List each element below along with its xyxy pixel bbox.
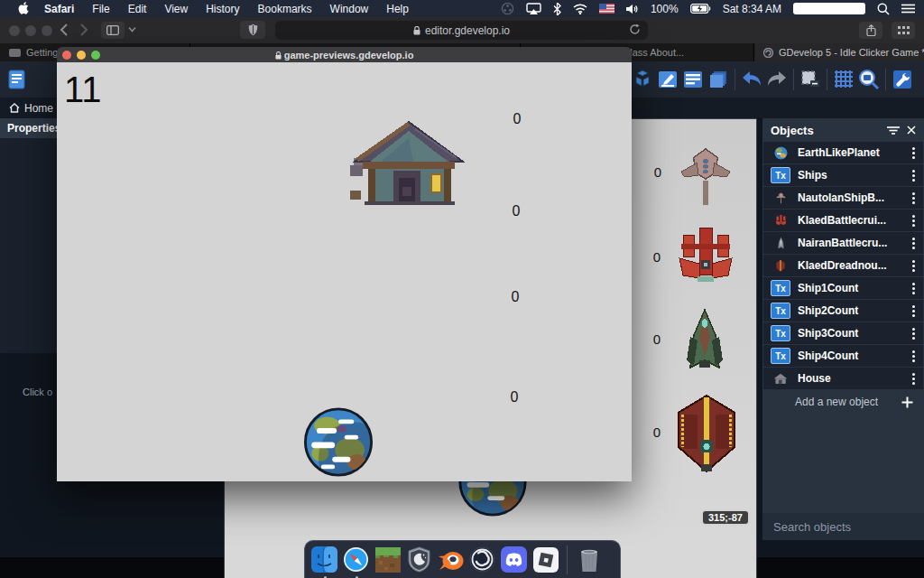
ship-klaed-battlecruiser-sprite[interactable] <box>676 224 735 287</box>
object-menu-dots[interactable] <box>903 373 923 385</box>
object-label: NairanBattlecru... <box>798 237 903 249</box>
object-menu-dots[interactable] <box>903 215 923 227</box>
menu-item-safari[interactable]: Safari <box>35 3 83 15</box>
object-row-nautolanship[interactable]: NautolanShipB... <box>763 187 923 209</box>
undo-icon[interactable] <box>740 68 763 91</box>
object-row-ship4count[interactable]: Tx Ship4Count <box>763 345 923 367</box>
layers-icon[interactable] <box>707 68 730 91</box>
address-bar[interactable]: editor.gdevelop.io <box>275 21 648 40</box>
object-row-ships[interactable]: Tx Ships <box>763 164 923 186</box>
menu-item-bookmarks[interactable]: Bookmarks <box>249 3 321 15</box>
object-row-ship3count[interactable]: Tx Ship3Count <box>763 322 923 344</box>
earth-planet-sprite[interactable] <box>303 407 374 477</box>
close-panel-icon[interactable] <box>907 126 916 135</box>
menu-item-view[interactable]: View <box>155 3 197 15</box>
object-row-klaedbattlecruiser[interactable]: KlaedBattlecrui... <box>763 210 923 231</box>
search-objects-input[interactable] <box>772 519 924 535</box>
object-row-earthlikeplanet[interactable]: EarthLikePlanet <box>763 142 923 163</box>
grid-icon[interactable] <box>832 68 855 91</box>
window-minimize-button[interactable] <box>25 25 36 36</box>
object-row-klaeddreadnought[interactable]: KlaedDreadnou... <box>763 255 923 276</box>
ship1-count-text: 0 <box>649 164 667 180</box>
back-button[interactable] <box>60 23 69 37</box>
delete-selection-icon[interactable] <box>799 68 822 91</box>
redo-icon[interactable] <box>765 68 789 91</box>
ship-nairan-sprite[interactable] <box>679 308 730 375</box>
forward-button[interactable] <box>79 23 88 37</box>
object-row-ship2count[interactable]: Tx Ship2Count <box>763 300 923 322</box>
spotlight-search-icon[interactable] <box>877 0 890 17</box>
object-menu-dots[interactable] <box>903 260 923 272</box>
minecraft-dock-icon[interactable] <box>374 545 402 573</box>
game-viewport[interactable]: 11 <box>57 62 632 481</box>
filter-icon[interactable] <box>887 126 900 135</box>
ship-klaed-dreadnought-sprite[interactable] <box>673 394 740 473</box>
menu-item-window[interactable]: Window <box>321 3 378 15</box>
reload-icon[interactable] <box>629 23 641 35</box>
apple-icon[interactable] <box>13 0 35 17</box>
discord-dock-icon[interactable] <box>500 545 528 573</box>
object-label: Ship2Count <box>798 304 903 317</box>
object-menu-dots[interactable] <box>903 170 923 182</box>
menu-item-history[interactable]: History <box>197 3 248 15</box>
menu-item-file[interactable]: File <box>83 3 118 15</box>
sidebar-chevron-icon[interactable] <box>128 26 136 33</box>
tab-overview-button[interactable] <box>892 22 915 39</box>
object-label: KlaedBattlecrui... <box>798 214 903 227</box>
safari-dock-icon[interactable] <box>342 545 370 573</box>
object-row-house[interactable]: House <box>763 368 923 389</box>
object-menu-dots[interactable] <box>903 305 923 317</box>
roblox-dock-icon[interactable] <box>531 545 559 573</box>
obs-dock-icon[interactable] <box>468 545 496 573</box>
ship4-count-text: 0 <box>648 424 666 440</box>
tab-home[interactable]: Home <box>0 102 53 115</box>
objects-editor-icon[interactable] <box>631 68 654 91</box>
obs-status-icon[interactable] <box>501 0 514 17</box>
object-menu-dots[interactable] <box>903 147 923 159</box>
lunar-client-dock-icon[interactable] <box>405 545 433 573</box>
ship-red-icon <box>763 214 798 227</box>
battery-icon[interactable] <box>690 0 711 17</box>
objects-panel: Objects EarthLikePlanet Tx <box>762 118 924 540</box>
menu-bar-clock[interactable]: Sat 8:34 AM <box>723 3 781 15</box>
object-menu-dots[interactable] <box>903 283 923 294</box>
object-row-nairanbattlecruiser[interactable]: NairanBattlecru... <box>763 232 923 254</box>
us-flag-icon[interactable] <box>599 0 614 17</box>
object-label: Ship1Count <box>798 282 903 294</box>
wifi-icon[interactable] <box>573 0 587 17</box>
menu-item-help[interactable]: Help <box>377 3 418 15</box>
lock-icon <box>413 26 420 35</box>
object-menu-dots[interactable] <box>903 192 923 204</box>
menu-bar-white-field[interactable] <box>793 3 865 14</box>
object-menu-dots[interactable] <box>903 238 923 249</box>
screen-mirroring-icon[interactable] <box>526 0 541 17</box>
ship-nautolan-sprite[interactable] <box>678 147 734 209</box>
finder-dock-icon[interactable] <box>310 545 338 573</box>
debugger-wrench-icon[interactable] <box>891 68 914 91</box>
events-list-icon[interactable] <box>681 68 705 91</box>
zoom-one-to-one-icon[interactable] <box>857 68 881 91</box>
window-close-button[interactable] <box>9 25 20 36</box>
project-manager-icon[interactable] <box>5 68 29 91</box>
preview-title-bar[interactable]: game-previews.gdevelop.io <box>57 47 632 62</box>
tab-gdevelop[interactable]: GDevelop 5 - Idle Clicker Game * <box>754 43 924 61</box>
object-menu-dots[interactable] <box>903 350 923 362</box>
trash-dock-icon[interactable] <box>575 545 603 573</box>
bluetooth-icon[interactable] <box>553 0 561 17</box>
house-sprite[interactable] <box>350 117 467 210</box>
add-object-button[interactable]: Add a new object <box>762 390 924 414</box>
object-row-ship1count[interactable]: Tx Ship1Count <box>763 277 923 299</box>
menu-item-edit[interactable]: Edit <box>119 3 156 15</box>
privacy-shield-icon[interactable] <box>240 21 265 39</box>
scene-edit-icon[interactable] <box>656 68 679 91</box>
battery-percentage: 100% <box>651 3 679 15</box>
text-object-icon: Tx <box>763 348 798 364</box>
ship-tan-icon <box>763 191 798 205</box>
share-button[interactable] <box>859 22 882 39</box>
object-menu-dots[interactable] <box>903 328 923 340</box>
blender-dock-icon[interactable] <box>437 545 465 573</box>
menu-list-icon[interactable] <box>901 0 915 17</box>
sidebar-toggle-button[interactable] <box>101 22 125 39</box>
window-zoom-button[interactable] <box>42 25 52 36</box>
volume-icon[interactable] <box>626 0 639 17</box>
